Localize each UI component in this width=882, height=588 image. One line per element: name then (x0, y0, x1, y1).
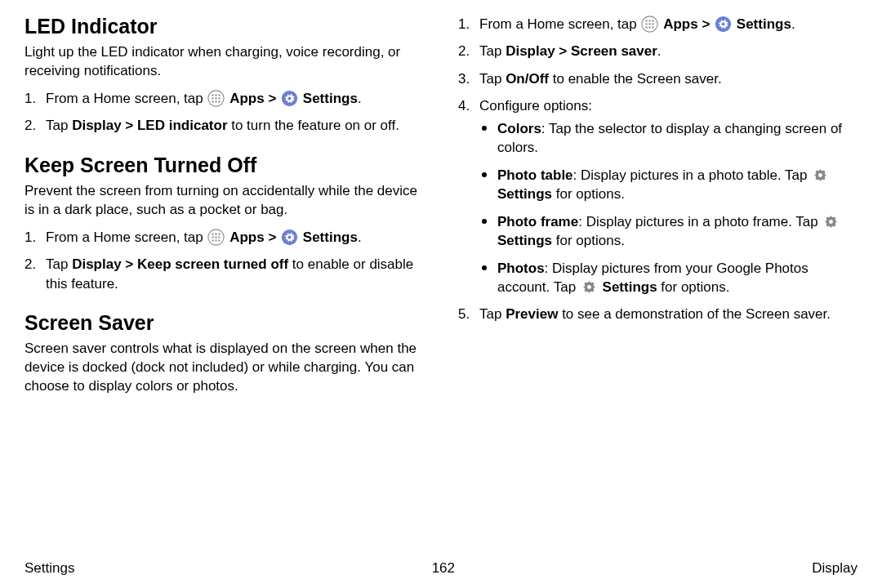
steps-saver: From a Home screen, tap Apps > Settings.… (458, 15, 858, 324)
text: : Tap the selector to display a changing… (497, 121, 842, 155)
chevron: > (265, 91, 280, 106)
text: . (657, 43, 662, 59)
intro-keep: Prevent the screen from turning on accid… (24, 182, 424, 220)
section-led-indicator: LED Indicator Light up the LED indicator… (24, 15, 424, 136)
footer-left: Settings (24, 560, 74, 577)
settings-label: Settings (303, 229, 358, 245)
apps-label: Apps (663, 16, 698, 32)
option-colors: Colors: Tap the selector to display a ch… (479, 119, 858, 158)
text: Configure options: (479, 98, 592, 114)
settings-label: Settings (497, 233, 552, 248)
step-saver-1: From a Home screen, tap Apps > Settings. (458, 15, 858, 33)
intro-led: Light up the LED indicator when charging… (24, 43, 424, 81)
text: to see a demonstration of the Screen sav… (558, 306, 831, 322)
text: Tap (46, 118, 72, 133)
step-led-2: Tap Display > LED indicator to turn the … (24, 116, 424, 135)
heading-led: LED Indicator (24, 15, 424, 38)
text: . (358, 91, 362, 106)
section-screen-saver-intro: Screen Saver Screen saver controls what … (24, 311, 424, 396)
footer-right: Display (812, 560, 858, 577)
text: : Display pictures in a photo frame. Tap (578, 214, 822, 229)
bold-text: Display > LED indicator (72, 118, 227, 133)
bold-text: Colors (497, 121, 541, 136)
heading-saver: Screen Saver (24, 311, 424, 335)
apps-label: Apps (229, 229, 265, 245)
text: to turn the feature on or off. (228, 118, 399, 133)
steps-keep: From a Home screen, tap Apps > Settings.… (24, 228, 424, 293)
text: Tap (479, 306, 506, 322)
steps-led: From a Home screen, tap Apps > Settings.… (24, 89, 424, 136)
bold-text: Display > Keep screen turned off (72, 256, 288, 272)
step-led-1: From a Home screen, tap Apps > Settings. (24, 89, 424, 108)
text: Tap (479, 71, 506, 87)
gear-icon (281, 90, 298, 107)
bold-text: Display > Screen saver (506, 43, 657, 59)
bold-text: Photos (497, 261, 545, 276)
apps-icon (207, 229, 225, 246)
page-columns: LED Indicator Light up the LED indicator… (24, 15, 858, 537)
text: From a Home screen, tap (479, 16, 640, 32)
right-column: From a Home screen, tap Apps > Settings.… (458, 15, 858, 537)
text: From a Home screen, tap (46, 91, 207, 106)
bold-text: On/Off (506, 71, 549, 87)
heading-keep: Keep Screen Turned Off (24, 154, 424, 177)
text: : Display pictures in a photo table. Tap (573, 167, 812, 183)
text: for options. (552, 233, 625, 248)
option-photo-table: Photo table: Display pictures in a photo… (479, 166, 858, 204)
page-number: 162 (432, 560, 455, 577)
text: . (791, 16, 795, 32)
step-saver-2: Tap Display > Screen saver. (458, 42, 858, 60)
gear-icon (281, 229, 298, 246)
bold-text: Photo table (497, 167, 573, 183)
apps-icon (207, 90, 225, 107)
text: for options. (657, 279, 730, 295)
text: . (358, 229, 362, 245)
text: From a Home screen, tap (46, 229, 207, 245)
step-saver-4: Configure options: Colors: Tap the selec… (458, 96, 858, 296)
gear-icon (812, 167, 829, 184)
chevron: > (265, 229, 280, 245)
step-keep-1: From a Home screen, tap Apps > Settings. (24, 228, 424, 247)
page-footer: Settings 162 Display (24, 560, 858, 577)
settings-label: Settings (737, 16, 791, 32)
step-saver-5: Tap Preview to see a demonstration of th… (458, 305, 858, 323)
settings-label: Settings (603, 279, 657, 295)
apps-label: Apps (229, 91, 265, 106)
left-column: LED Indicator Light up the LED indicator… (24, 15, 424, 537)
option-photo-frame: Photo frame: Display pictures in a photo… (479, 212, 858, 251)
option-photos: Photos: Display pictures from your Googl… (479, 259, 858, 297)
bold-text: Preview (506, 306, 558, 322)
step-saver-3: Tap On/Off to enable the Screen saver. (458, 69, 858, 88)
text: Tap (46, 256, 72, 272)
gear-icon (581, 278, 598, 296)
text: Tap (479, 43, 506, 59)
intro-saver: Screen saver controls what is displayed … (24, 340, 424, 396)
section-keep-screen-off: Keep Screen Turned Off Prevent the scree… (24, 154, 424, 293)
chevron: > (698, 16, 714, 32)
saver-options: Colors: Tap the selector to display a ch… (479, 119, 858, 297)
text: for options. (552, 186, 625, 202)
settings-label: Settings (497, 186, 552, 202)
gear-icon (715, 16, 732, 33)
step-keep-2: Tap Display > Keep screen turned off to … (24, 255, 424, 293)
text: to enable the Screen saver. (549, 71, 722, 87)
gear-icon (822, 213, 840, 230)
apps-icon (641, 16, 658, 33)
bold-text: Photo frame (497, 214, 578, 229)
settings-label: Settings (303, 91, 358, 106)
